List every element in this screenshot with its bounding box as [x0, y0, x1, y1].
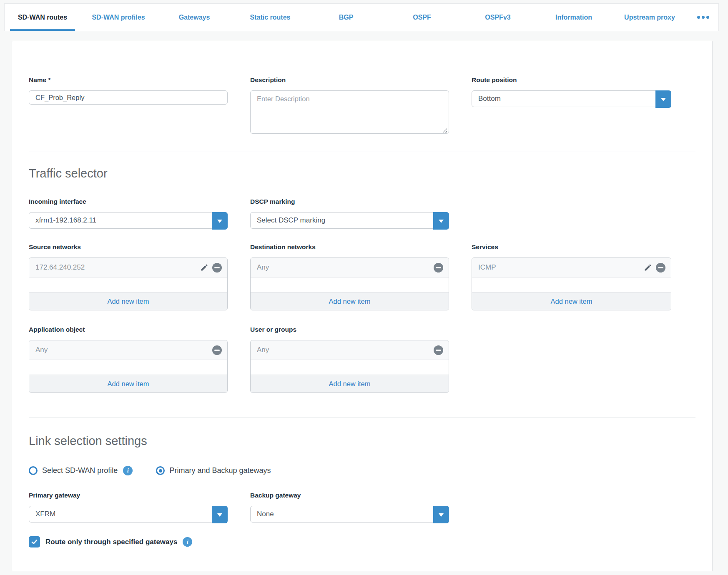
dropdown-button[interactable]	[433, 506, 449, 523]
info-icon[interactable]	[183, 537, 192, 547]
tab-bgp[interactable]: BGP	[308, 4, 384, 31]
add-new-item-button[interactable]: Add new item	[29, 375, 227, 392]
dropdown-button[interactable]	[433, 212, 449, 230]
tab-gateways[interactable]: Gateways	[156, 4, 232, 31]
dscp-marking-value: Select DSCP marking	[257, 216, 325, 225]
incoming-interface-select[interactable]: xfrm1-192.168.2.11	[29, 212, 228, 229]
primary-gateway-value: XFRM	[35, 510, 55, 518]
add-new-item-button[interactable]: Add new item	[472, 292, 671, 310]
source-networks-list: 172.64.240.252 Add new item	[29, 258, 228, 310]
route-position-select[interactable]: Bottom	[472, 90, 671, 107]
link-selection-radio-group: Select SD-WAN profile Primary and Backup…	[29, 466, 695, 475]
add-new-item-button[interactable]: Add new item	[29, 292, 227, 310]
list-item: Any	[251, 340, 449, 360]
list-item-value: 172.64.240.252	[35, 263, 200, 272]
primary-gateway-select[interactable]: XFRM	[29, 506, 228, 522]
incoming-interface-value: xfrm1-192.168.2.11	[35, 216, 96, 225]
tab-information[interactable]: Information	[536, 4, 612, 31]
list-item: 172.64.240.252	[29, 258, 227, 278]
tab-sd-wan-routes[interactable]: SD-WAN routes	[5, 4, 80, 31]
route-only-checkbox-label: Route only through specified gateways	[45, 538, 177, 546]
radio-primary-and-backup-gateways[interactable]: Primary and Backup gateways	[156, 466, 271, 475]
source-networks-field-group: Source networks 172.64.240.252 Add new i…	[29, 243, 228, 310]
description-label: Description	[250, 76, 449, 84]
tab-sd-wan-profiles[interactable]: SD-WAN profiles	[80, 4, 156, 31]
chevron-down-icon	[439, 220, 444, 225]
user-or-groups-field-group: User or groups Any Add new item	[250, 325, 449, 393]
incoming-interface-label: Incoming interface	[29, 198, 228, 206]
edit-icon[interactable]	[644, 263, 652, 272]
primary-gateway-label: Primary gateway	[29, 491, 228, 500]
primary-gateway-field-group: Primary gateway XFRM	[29, 491, 228, 522]
route-position-label: Route position	[472, 76, 671, 84]
dropdown-button[interactable]	[655, 90, 671, 108]
destination-networks-list: Any Add new item	[250, 258, 449, 310]
tab-ospf[interactable]: OSPF	[384, 4, 460, 31]
description-field-group: Description	[250, 76, 449, 135]
name-label: Name *	[29, 76, 228, 84]
page: SD-WAN routes SD-WAN profiles Gateways S…	[0, 0, 728, 575]
list-item-value: Any	[257, 346, 434, 354]
name-field-group: Name *	[29, 76, 228, 105]
more-tabs-button[interactable]	[688, 4, 718, 31]
services-list: ICMP Add new item	[472, 258, 671, 310]
add-new-item-button[interactable]: Add new item	[251, 375, 449, 392]
route-position-field-group: Route position Bottom	[472, 76, 671, 107]
backup-gateway-select[interactable]: None	[250, 506, 449, 522]
route-only-checkbox[interactable]	[29, 536, 40, 548]
radio-selected-icon[interactable]	[156, 466, 165, 475]
remove-icon[interactable]	[434, 345, 443, 355]
remove-icon[interactable]	[656, 263, 665, 272]
radio-label: Primary and Backup gateways	[169, 466, 271, 475]
list-item-value: Any	[35, 346, 212, 354]
incoming-interface-field-group: Incoming interface xfrm1-192.168.2.11	[29, 198, 228, 229]
radio-select-sd-wan-profile[interactable]: Select SD-WAN profile	[29, 466, 133, 475]
destination-networks-label: Destination networks	[250, 243, 449, 251]
services-label: Services	[472, 243, 671, 251]
check-icon	[31, 538, 38, 545]
traffic-selector-heading: Traffic selector	[29, 165, 695, 181]
application-object-list: Any Add new item	[29, 340, 228, 393]
radio-label: Select SD-WAN profile	[42, 466, 118, 475]
tab-ospfv3[interactable]: OSPFv3	[460, 4, 536, 31]
list-item: ICMP	[472, 258, 671, 278]
backup-gateway-field-group: Backup gateway None	[250, 491, 449, 522]
sd-wan-route-form-panel: Name * Description Route position Bottom…	[12, 41, 713, 571]
divider	[29, 152, 695, 152]
remove-icon[interactable]	[212, 263, 222, 272]
user-or-groups-list: Any Add new item	[250, 340, 449, 393]
chevron-down-icon	[661, 98, 666, 104]
remove-icon[interactable]	[434, 263, 443, 272]
tab-upstream-proxy[interactable]: Upstream proxy	[612, 4, 688, 31]
add-new-item-button[interactable]: Add new item	[251, 292, 449, 310]
radio-unselected-icon[interactable]	[29, 466, 38, 475]
edit-icon[interactable]	[200, 263, 208, 272]
route-position-value: Bottom	[478, 95, 501, 103]
backup-gateway-label: Backup gateway	[250, 491, 449, 500]
tab-static-routes[interactable]: Static routes	[232, 4, 308, 31]
user-or-groups-label: User or groups	[250, 325, 449, 334]
dscp-marking-select[interactable]: Select DSCP marking	[250, 212, 449, 229]
divider	[29, 418, 695, 418]
route-only-checkbox-row: Route only through specified gateways	[29, 536, 695, 548]
tab-bar: SD-WAN routes SD-WAN profiles Gateways S…	[4, 3, 719, 31]
chevron-down-icon	[217, 513, 222, 519]
dropdown-button[interactable]	[212, 506, 228, 523]
name-input[interactable]	[29, 90, 228, 105]
backup-gateway-value: None	[257, 510, 274, 518]
info-icon[interactable]	[123, 466, 133, 475]
list-item: Any	[251, 258, 449, 278]
dscp-marking-label: DSCP marking	[250, 198, 449, 206]
ellipsis-icon	[697, 16, 700, 19]
source-networks-label: Source networks	[29, 243, 228, 251]
chevron-down-icon	[439, 513, 444, 519]
list-item-value: ICMP	[478, 263, 644, 272]
list-item-value: Any	[257, 263, 434, 272]
dropdown-button[interactable]	[212, 212, 228, 230]
application-object-field-group: Application object Any Add new item	[29, 325, 228, 393]
remove-icon[interactable]	[212, 345, 222, 355]
dscp-marking-field-group: DSCP marking Select DSCP marking	[250, 198, 449, 229]
description-textarea[interactable]	[250, 90, 449, 134]
chevron-down-icon	[217, 220, 222, 225]
link-selection-settings-heading: Link selection settings	[29, 433, 695, 449]
